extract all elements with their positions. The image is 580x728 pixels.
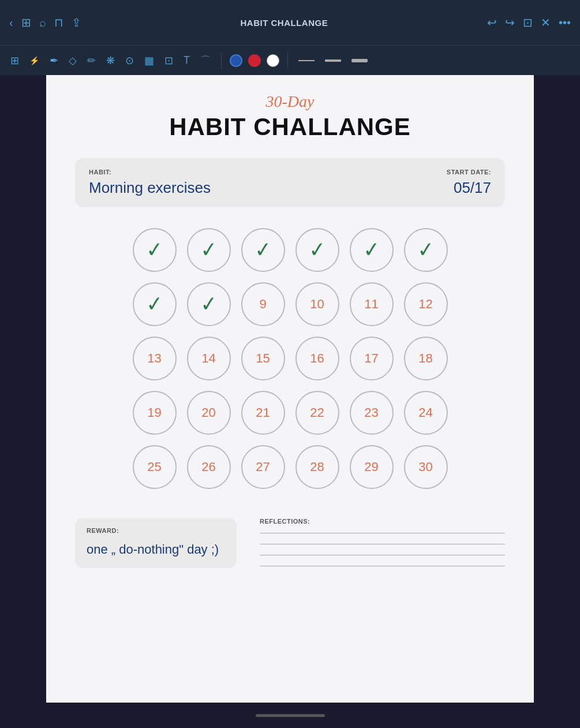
day-27[interactable]: 27 (241, 445, 285, 489)
day-21-label: 21 (256, 405, 270, 420)
day-13-label: 13 (147, 351, 161, 366)
days-row-4: 19 20 21 22 23 24 (133, 391, 448, 435)
reflections-section: REFLECTIONS: (260, 518, 505, 577)
day-12[interactable]: 12 (404, 282, 448, 326)
days-grid: ✓ ✓ ✓ ✓ ✓ ✓ ✓ ✓ 9 10 11 12 13 14 15 16 1… (75, 228, 505, 489)
day-30[interactable]: 30 (404, 445, 448, 489)
reflection-line-3 (260, 555, 505, 555)
color-blue[interactable] (230, 54, 242, 67)
redo-button[interactable]: ↪ (505, 16, 515, 29)
reflection-line-4 (260, 566, 505, 566)
day-14[interactable]: 14 (187, 337, 231, 380)
top-bar: ‹ ⊞ ⌕ ⊓ ⇪ HABIT CHALLANGE ↩ ↪ ⊡ ✕ ••• (0, 0, 580, 45)
day-15[interactable]: 15 (241, 337, 285, 380)
day-15-label: 15 (256, 351, 270, 366)
checkmark-2: ✓ (199, 239, 218, 261)
separator (221, 53, 222, 69)
day-13[interactable]: 13 (133, 337, 177, 380)
habit-info-left: HABIT: Morning exercises (89, 169, 211, 197)
day-7[interactable]: ✓ (133, 282, 177, 326)
document-main-title: HABIT CHALLANGE (75, 113, 505, 141)
camera-tool[interactable]: ⊡ (162, 52, 175, 69)
checkmark-6: ✓ (416, 239, 435, 261)
day-10-label: 10 (310, 297, 324, 312)
day-29[interactable]: 29 (350, 445, 394, 489)
day-17[interactable]: 17 (350, 337, 394, 380)
stamp-tool[interactable]: ❋ (104, 52, 117, 69)
pen-tool[interactable]: ✒ (47, 52, 61, 69)
day-9[interactable]: 9 (241, 282, 285, 326)
bookmark-button[interactable]: ⊓ (54, 16, 63, 29)
checkmark-4: ✓ (308, 239, 327, 261)
separator2 (287, 53, 288, 69)
day-30-label: 30 (418, 460, 432, 475)
day-10[interactable]: 10 (295, 282, 339, 326)
day-18[interactable]: 18 (404, 337, 448, 380)
undo-button[interactable]: ↩ (487, 16, 497, 29)
reflections-label: REFLECTIONS: (260, 518, 505, 525)
document-title[interactable]: HABIT CHALLANGE (89, 18, 479, 28)
reflection-line-1 (260, 533, 505, 533)
more-button[interactable]: ••• (559, 16, 571, 29)
day-2[interactable]: ✓ (187, 228, 231, 272)
day-26[interactable]: 26 (187, 445, 231, 489)
day-21[interactable]: 21 (241, 391, 285, 435)
day-18-label: 18 (418, 351, 432, 366)
text-tool[interactable]: T (181, 52, 192, 69)
reward-value: one „ do-nothing" day ;) (87, 540, 225, 559)
start-date-value: 05/17 (447, 179, 491, 197)
day-25[interactable]: 25 (133, 445, 177, 489)
grid-button[interactable]: ⊞ (21, 16, 31, 29)
days-row-3: 13 14 15 16 17 18 (133, 337, 448, 380)
line-thin-button[interactable] (296, 54, 317, 67)
bottom-section: REWARD: one „ do-nothing" day ;) REFLECT… (75, 518, 505, 577)
color-red[interactable] (248, 54, 261, 67)
day-3[interactable]: ✓ (241, 228, 285, 272)
checkmark-7: ✓ (145, 293, 164, 315)
image-tool[interactable]: ▦ (142, 52, 156, 69)
day-4[interactable]: ✓ (295, 228, 339, 272)
day-5[interactable]: ✓ (350, 228, 394, 272)
day-28[interactable]: 28 (295, 445, 339, 489)
pencil-tool[interactable]: ✏ (85, 52, 98, 69)
day-19-label: 19 (147, 405, 161, 420)
export-button[interactable]: ⊡ (523, 16, 533, 29)
day-12-label: 12 (418, 297, 432, 312)
checkmark-8: ✓ (199, 293, 218, 315)
day-27-label: 27 (256, 460, 270, 475)
close-button[interactable]: ✕ (541, 16, 551, 29)
day-16[interactable]: 16 (295, 337, 339, 380)
day-25-label: 25 (147, 460, 161, 475)
habit-label: HABIT: (89, 169, 211, 176)
day-8[interactable]: ✓ (187, 282, 231, 326)
line-med-button[interactable] (323, 54, 343, 67)
day-29-label: 29 (364, 460, 378, 475)
day-6[interactable]: ✓ (404, 228, 448, 272)
day-26-label: 26 (201, 460, 215, 475)
day-14-label: 14 (201, 351, 215, 366)
bottom-bar (0, 703, 580, 728)
day-11[interactable]: 11 (350, 282, 394, 326)
color-white[interactable] (267, 54, 279, 67)
day-24[interactable]: 24 (404, 391, 448, 435)
document-subtitle: 30-Day (75, 92, 505, 111)
day-16-label: 16 (310, 351, 324, 366)
eraser-tool[interactable]: ◇ (66, 52, 79, 69)
toolbar: ⊞ ⚡ ✒ ◇ ✏ ❋ ⊙ ▦ ⊡ T ⌒ (0, 45, 580, 75)
day-20[interactable]: 20 (187, 391, 231, 435)
search-button[interactable]: ⌕ (39, 16, 46, 29)
home-indicator[interactable] (256, 714, 325, 717)
day-9-label: 9 (259, 297, 266, 312)
day-1[interactable]: ✓ (133, 228, 177, 272)
day-23[interactable]: 23 (350, 391, 394, 435)
back-button[interactable]: ‹ (9, 16, 13, 29)
day-19[interactable]: 19 (133, 391, 177, 435)
share-button[interactable]: ⇪ (72, 16, 81, 29)
bluetooth-icon[interactable]: ⚡ (27, 54, 42, 68)
marker-tool[interactable]: ⌒ (198, 51, 213, 70)
line-thick-button[interactable] (349, 54, 370, 67)
checkmark-1: ✓ (145, 239, 164, 261)
sidebar-icon[interactable]: ⊞ (8, 52, 21, 69)
lasso-tool[interactable]: ⊙ (123, 52, 136, 69)
day-22[interactable]: 22 (295, 391, 339, 435)
